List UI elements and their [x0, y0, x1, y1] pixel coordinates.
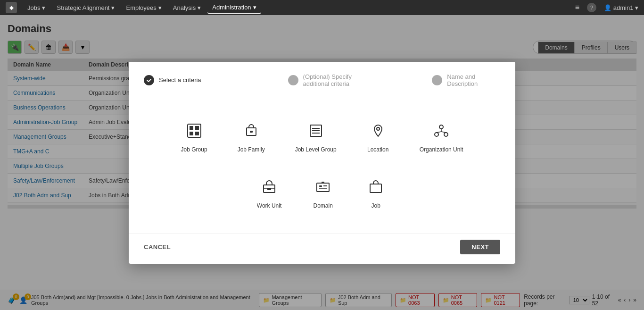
criteria-job[interactable]: Job [357, 174, 395, 215]
domain-icon [315, 179, 330, 198]
svg-point-12 [439, 125, 443, 129]
step-3-circle [432, 75, 442, 85]
svg-rect-1 [190, 126, 193, 130]
criteria-work-unit[interactable]: Work Unit [249, 174, 289, 215]
page-area: Domains 🔌 ✏️ 🗑 📥 ▾ 🔍 Domains Profiles Us… [0, 15, 644, 310]
svg-rect-4 [195, 132, 199, 135]
chevron-down-icon: ▾ [111, 4, 115, 11]
help-icon[interactable]: ? [587, 3, 596, 12]
job-group-label: Job Group [181, 146, 207, 153]
svg-line-17 [441, 132, 446, 133]
step-2-circle [288, 75, 298, 85]
svg-rect-2 [195, 126, 199, 130]
job-icon [368, 179, 383, 198]
job-level-group-label: Job Level Group [295, 146, 337, 153]
step-2: (Optional) Specify additional criteria [288, 73, 356, 87]
domain-label: Domain [314, 202, 333, 209]
step-line-1 [216, 80, 284, 80]
step-2-label: (Optional) Specify additional criteria [303, 73, 356, 87]
criteria-grid: Job Group Job Family [148, 102, 496, 222]
step-1: Select a criteria [144, 75, 212, 85]
chevron-down-icon: ▾ [635, 4, 638, 11]
svg-rect-22 [317, 183, 329, 192]
nav-item-jobs[interactable]: Jobs ▾ [23, 2, 50, 13]
svg-rect-19 [267, 188, 271, 190]
top-navigation: ◈ Jobs ▾ Strategic Alignment ▾ Employees… [0, 0, 644, 15]
job-level-group-icon [308, 123, 323, 142]
svg-rect-26 [322, 182, 324, 183]
next-button[interactable]: NEXT [460, 240, 500, 254]
chevron-down-icon: ▾ [198, 4, 201, 11]
svg-point-11 [377, 127, 380, 130]
criteria-organization-unit[interactable]: Organization Unit [412, 117, 471, 159]
chevron-down-icon: ▾ [253, 4, 256, 11]
criteria-job-level-group[interactable]: Job Level Group [288, 117, 344, 159]
nav-item-strategic[interactable]: Strategic Alignment ▾ [52, 2, 119, 13]
step-3-label: Name and Description [447, 73, 500, 87]
step-1-circle [144, 75, 154, 85]
svg-rect-23 [319, 185, 322, 187]
criteria-domain[interactable]: Domain [304, 174, 342, 215]
job-family-icon [244, 123, 259, 142]
organization-unit-label: Organization Unit [420, 146, 463, 153]
chevron-down-icon: ▾ [42, 4, 45, 11]
criteria-location[interactable]: Location [359, 117, 397, 159]
modal-overlay: Select a criteria (Optional) Specify add… [0, 15, 644, 310]
organization-unit-icon [434, 123, 449, 142]
criteria-job-group[interactable]: Job Group [173, 117, 215, 159]
chevron-down-icon: ▾ [158, 4, 162, 11]
job-label: Job [372, 202, 380, 209]
svg-rect-3 [190, 132, 193, 135]
wizard-steps: Select a criteria (Optional) Specify add… [129, 62, 515, 95]
job-family-label: Job Family [238, 146, 265, 153]
work-unit-label: Work Unit [257, 202, 281, 209]
svg-point-14 [444, 133, 448, 136]
svg-rect-6 [250, 131, 253, 133]
svg-point-13 [435, 133, 438, 136]
user-menu[interactable]: 👤 admin1 ▾ [604, 4, 638, 11]
job-group-icon [187, 123, 202, 142]
menu-icon[interactable]: ≡ [575, 3, 579, 12]
step-line-2 [360, 80, 428, 80]
app-logo[interactable]: ◈ [6, 2, 17, 13]
modal-footer: CANCEL NEXT [129, 234, 515, 264]
criteria-modal: Select a criteria (Optional) Specify add… [129, 62, 515, 264]
work-unit-icon [262, 179, 277, 198]
svg-rect-27 [370, 184, 381, 193]
location-label: Location [367, 146, 388, 153]
step-3: Name and Description [432, 73, 500, 87]
nav-item-analysis[interactable]: Analysis ▾ [168, 2, 206, 13]
step-1-label: Select a criteria [159, 76, 201, 84]
nav-item-employees[interactable]: Employees ▾ [121, 2, 166, 13]
location-icon [371, 123, 386, 142]
nav-right-area: ≡ ? 👤 admin1 ▾ [575, 3, 638, 12]
criteria-job-family[interactable]: Job Family [230, 117, 272, 159]
modal-body: Job Group Job Family [129, 95, 515, 234]
cancel-button[interactable]: CANCEL [144, 243, 171, 251]
svg-line-16 [437, 132, 441, 133]
nav-item-administration[interactable]: Administration ▾ [207, 2, 261, 14]
user-icon: 👤 [604, 4, 611, 11]
